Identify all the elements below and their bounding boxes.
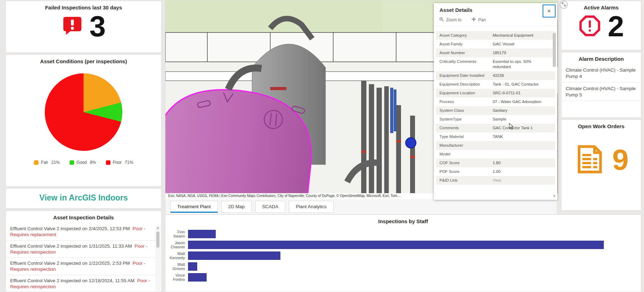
bar[interactable] xyxy=(188,262,197,271)
close-icon: × xyxy=(548,8,551,14)
bar-category-label: Matt Groves xyxy=(165,262,188,271)
magnifier-plus-icon xyxy=(439,17,444,23)
bar-row[interactable]: Vince Fortino xyxy=(165,272,641,283)
popup-scrollbar[interactable]: ∨ xyxy=(552,32,557,198)
active-alarms-title: Active Alarms xyxy=(561,1,641,10)
list-item[interactable]: Climate Control (HVAC) - Sample Pump 5 xyxy=(561,82,641,101)
bar-row[interactable]: Finn Swann xyxy=(165,228,641,239)
legend-percent: 8% xyxy=(90,160,96,165)
open-work-orders-panel: Open Work Orders 9 xyxy=(561,119,641,211)
expand-panel-button[interactable] xyxy=(560,1,568,9)
attribute-label: Asset Family xyxy=(439,42,493,47)
attribute-label: Asset Number xyxy=(439,50,493,56)
attribute-value xyxy=(493,152,550,157)
bar-track xyxy=(188,239,641,250)
attribute-value: Tank - 01, GAC Contactor xyxy=(493,82,550,87)
legend-label: Poor xyxy=(113,160,122,165)
inspection-text: Effluent Control Valve 2 inspected on 1/… xyxy=(10,243,132,249)
attribute-label: Comments xyxy=(439,125,493,131)
legend-label: Good xyxy=(77,160,87,165)
bar[interactable] xyxy=(188,241,604,249)
bar[interactable] xyxy=(188,273,207,282)
legend-swatch xyxy=(34,160,38,165)
attribute-row: P&ID Link View xyxy=(436,176,555,185)
bar-track xyxy=(188,250,641,261)
tab-plant-analytics[interactable]: Plant Analytics xyxy=(289,201,334,213)
asset-conditions-title: Asset Conditions (per inspections) xyxy=(6,55,161,64)
failed-inspections-title: Failed Inspections last 30 days xyxy=(6,1,161,10)
close-button[interactable]: × xyxy=(543,5,556,17)
popup-toolbar: Zoom to Pan xyxy=(434,14,557,26)
asset-inspection-details-panel: Asset Inspection Details Effluent Contro… xyxy=(6,211,162,292)
tab-scada[interactable]: SCADA xyxy=(255,201,286,213)
tab-label: SCADA xyxy=(262,204,279,209)
view-tabs: Treatment Plant 2D Map SCADA Plant Analy… xyxy=(165,199,557,214)
asset-conditions-panel: Asset Conditions (per inspections) Fair … xyxy=(6,54,162,187)
active-alarms-panel: Active Alarms 2 xyxy=(561,1,641,50)
asset-conditions-pie[interactable] xyxy=(45,73,122,151)
scroll-down-icon[interactable]: ∨ xyxy=(552,194,557,198)
attribute-label: Criticality Comments xyxy=(439,59,493,70)
attribute-row: Asset Category Mechanical Equipment xyxy=(436,31,555,40)
list-item[interactable]: Effluent Control Valve 2 inspected on 2/… xyxy=(6,223,161,241)
bar-row[interactable]: Matt Kennedy xyxy=(165,250,641,261)
inspections-by-staff-panel: Inspections by Staff Finn Swann Jason Ch… xyxy=(165,214,641,292)
attribute-label: Equipment Date Installed xyxy=(439,73,493,78)
octagon-exclamation-icon xyxy=(578,14,601,39)
attribute-value[interactable]: View xyxy=(493,178,550,183)
inspection-text: Effluent Control Valve 2 inspected on 1/… xyxy=(10,261,130,266)
legend-item[interactable]: Poor 71% xyxy=(106,160,133,165)
zoom-to-button[interactable]: Zoom to xyxy=(439,17,461,23)
list-item[interactable]: Effluent Control Valve 2 inspected on 1/… xyxy=(6,258,161,275)
legend-swatch xyxy=(106,160,110,165)
staff-bar-rows: Finn Swann Jason Channin Matt Kennedy Ma… xyxy=(165,228,641,283)
legend-item[interactable]: Good 8% xyxy=(70,160,96,165)
bar-track xyxy=(188,272,641,283)
attribute-row: COF Score 1.80 xyxy=(436,159,555,167)
attribute-value: GAC Vessel xyxy=(493,42,550,47)
pan-button[interactable]: Pan xyxy=(471,17,486,23)
asset-inspection-details-title: Asset Inspection Details xyxy=(6,211,161,220)
attribute-row: Equipment Description Tank - 01, GAC Con… xyxy=(436,80,555,89)
bar[interactable] xyxy=(188,251,280,260)
list-scrollbar[interactable]: ∧ xyxy=(155,226,160,291)
scrollbar-thumb[interactable] xyxy=(156,232,159,248)
attribute-label: POF Score xyxy=(439,169,493,174)
attribute-value: TANK xyxy=(493,134,550,139)
list-item[interactable]: Climate Control (HVAC) - Sample Pump 4 xyxy=(561,64,641,82)
attribute-row: Comments GAC Contactor Tank 1 xyxy=(436,124,555,132)
attribute-label: Equipment Description xyxy=(439,82,493,87)
view-in-arcgis-indoors-link[interactable]: View in ArcGIS Indoors xyxy=(6,193,161,203)
list-item[interactable]: Effluent Control Valve 2 inspected on 12… xyxy=(6,275,161,292)
tab-treatment-plant[interactable]: Treatment Plant xyxy=(170,201,218,213)
legend-item[interactable]: Fair 21% xyxy=(34,160,60,165)
legend-percent: 71% xyxy=(125,160,133,165)
scrollbar-thumb[interactable] xyxy=(553,33,556,67)
attribute-label: Equipment Location xyxy=(439,90,493,96)
bar-row[interactable]: Matt Groves xyxy=(165,261,641,272)
attribute-label: SystemType xyxy=(439,117,493,122)
bar-category-label: Finn Swann xyxy=(165,230,188,238)
bar[interactable] xyxy=(188,230,216,238)
attribute-label: Manufacturer xyxy=(439,143,493,148)
active-alarms-count: 2 xyxy=(608,13,624,41)
attribute-row: Model xyxy=(436,150,555,159)
tab-2d-map[interactable]: 2D Map xyxy=(221,201,252,213)
attribute-row: Asset Number 185179 xyxy=(436,49,555,57)
tab-label: 2D Map xyxy=(228,204,245,209)
attribute-value: 1.00 xyxy=(493,169,550,174)
pie-legend: Fair 21% Good 8% Poor 71% xyxy=(6,160,161,165)
attribute-label: COF Score xyxy=(439,160,493,166)
bar-row[interactable]: Jason Channin xyxy=(165,239,641,250)
attribute-value: Sample xyxy=(493,117,550,122)
mouse-cursor xyxy=(509,123,514,131)
legend-percent: 21% xyxy=(51,160,60,165)
popup-title: Asset Details xyxy=(434,3,557,13)
scroll-up-icon[interactable]: ∧ xyxy=(155,226,160,231)
list-item[interactable]: Effluent Control Valve 2 inspected on 1/… xyxy=(6,241,161,258)
attribute-value: Essential to ops. 50% redundant xyxy=(493,59,550,70)
expand-arrows-icon xyxy=(561,2,566,8)
attribute-value: 43238 xyxy=(493,73,550,78)
work-order-document-icon xyxy=(574,143,606,177)
inspection-text: Effluent Control Valve 2 inspected on 12… xyxy=(10,278,135,283)
